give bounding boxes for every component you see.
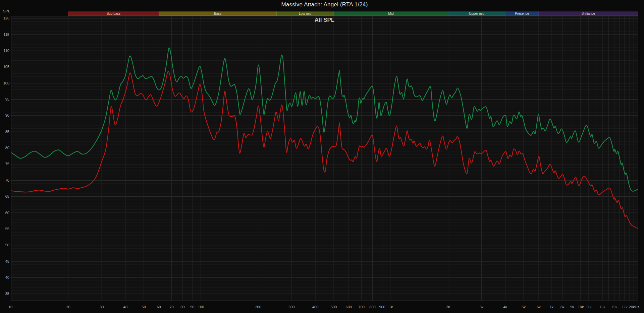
y-tick-label: 35 [5, 292, 9, 296]
y-tick-label: 90 [5, 113, 9, 117]
x-tick-label: 7k [549, 305, 553, 309]
y-tick-label: 45 [5, 259, 9, 263]
band-label: Presence [515, 12, 529, 15]
band-label: Upper mid [469, 12, 484, 15]
y-tick-label: 70 [5, 178, 9, 182]
x-tick-label: 8k [560, 305, 565, 309]
y-tick-label: 60 [5, 211, 9, 215]
x-tick-label: 13k [599, 305, 605, 309]
spl-axis-label: SPL [3, 9, 10, 13]
x-tick-label: 300 [288, 305, 294, 309]
x-tick-label: 30 [100, 305, 104, 309]
y-tick-label: 50 [5, 243, 9, 247]
x-tick-label: 10 [8, 305, 12, 309]
band-label: Bass [214, 12, 221, 15]
x-tick-label: 500 [331, 305, 337, 309]
y-tick-label: 105 [3, 65, 9, 69]
x-tick-label: 2k [446, 305, 450, 309]
x-tick-label: 10k [578, 305, 584, 309]
rta-window: Sub bassBassLow midMidUpper midPresenceB… [0, 0, 644, 313]
x-tick-label: 20kHz [629, 305, 639, 309]
x-tick-label: 800 [369, 305, 375, 309]
y-tick-label: 80 [5, 146, 9, 150]
x-tick-label: 5k [522, 305, 526, 309]
y-tick-label: 110 [3, 49, 9, 53]
x-tick-label: 1k [389, 305, 393, 309]
band-label: Low mid [299, 12, 311, 15]
y-tick-label: 85 [5, 130, 9, 134]
x-tick-label: 80 [180, 305, 184, 309]
x-tick-label: 900 [379, 305, 385, 309]
x-tick-label: 4k [503, 305, 507, 309]
x-tick-label: 50 [142, 305, 146, 309]
y-tick-label: 120 [3, 16, 9, 20]
x-tick-label: 17k [622, 305, 628, 309]
x-tick-label: 20 [66, 305, 70, 309]
x-tick-label: 100 [198, 305, 204, 309]
chart-title: Massive Attach: Angel (RTA 1/24) [11, 1, 638, 8]
x-tick-label: 15k [611, 305, 617, 309]
band-label: Mid [388, 12, 393, 15]
spl-chart-svg: Sub bassBassLow midMidUpper midPresenceB… [0, 0, 644, 313]
x-tick-label: 90 [190, 305, 194, 309]
y-tick-label: 75 [5, 162, 9, 166]
x-tick-label: 600 [346, 305, 352, 309]
y-tick-label: 95 [5, 97, 9, 101]
x-tick-label: 200 [255, 305, 261, 309]
x-tick-label: 6k [537, 305, 541, 309]
y-tick-label: 40 [5, 275, 9, 279]
y-tick-label: 100 [3, 81, 9, 85]
band-label: Brilliance [582, 12, 595, 15]
x-tick-label: 700 [359, 305, 365, 309]
y-tick-label: 65 [5, 194, 9, 198]
x-tick-label: 400 [312, 305, 318, 309]
band-label: Sub bass [107, 12, 121, 15]
x-tick-label: 3k [480, 305, 484, 309]
x-tick-label: 60 [157, 305, 161, 309]
spl-chart-plot-area[interactable]: Sub bassBassLow midMidUpper midPresenceB… [0, 0, 644, 313]
x-tick-label: 40 [123, 305, 127, 309]
x-tick-label: 70 [169, 305, 173, 309]
y-tick-label: 55 [5, 227, 9, 231]
legend-all-spl: All SPL [11, 17, 638, 23]
x-tick-label: 9k [570, 305, 574, 309]
x-tick-label: 11k [586, 305, 592, 309]
y-tick-label: 115 [3, 33, 9, 37]
